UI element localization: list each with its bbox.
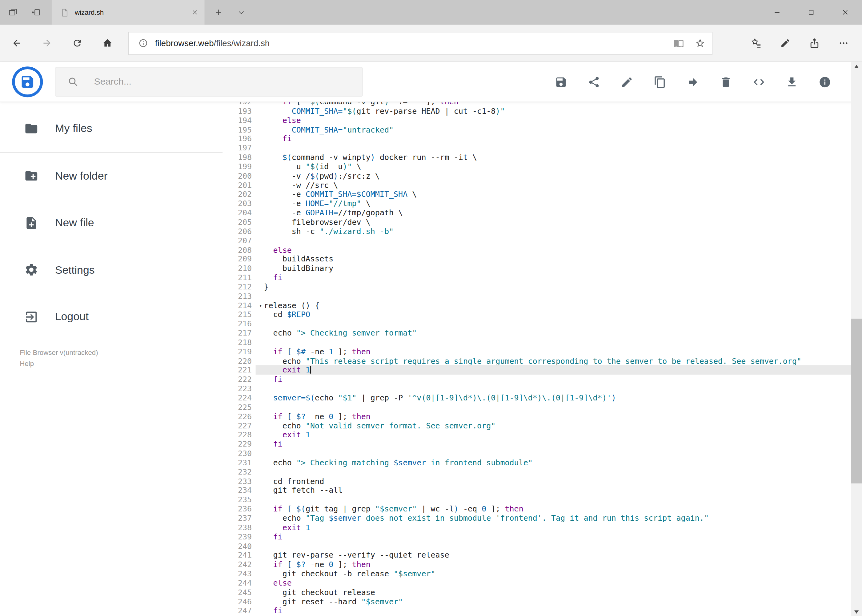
code-line-237[interactable]: 237 echo "Tag $semver does not exist in … [222, 514, 851, 523]
code-line-238[interactable]: 238 exit 1 [222, 523, 851, 532]
copy-button[interactable] [654, 75, 666, 88]
code-line-241[interactable]: 241 git rev-parse --verify --quiet relea… [222, 551, 851, 560]
code-line-225[interactable]: 225 [222, 402, 851, 412]
code-line-195[interactable]: 195 COMMIT_SHA="untracked" [222, 125, 851, 134]
minimize-button[interactable] [760, 0, 794, 25]
code-line-239[interactable]: 239 fi [222, 532, 851, 541]
info-filled-button[interactable] [819, 75, 831, 88]
code-line-216[interactable]: 216 [222, 319, 851, 328]
code-line-245[interactable]: 245 git checkout release [222, 588, 851, 597]
code-line-230[interactable]: 230 [222, 449, 851, 458]
home-button[interactable] [95, 31, 120, 55]
close-window-button[interactable] [828, 0, 862, 25]
code-line-202[interactable]: 202 -e COMMIT_SHA=$COMMIT_SHA \ [222, 190, 851, 199]
code-line-196[interactable]: 196 fi [222, 134, 851, 144]
code-line-206[interactable]: 206 sh -c "./wizard.sh -b" [222, 227, 851, 236]
code-line-236[interactable]: 236 if [ $(git tag | grep "$semver" | wc… [222, 504, 851, 514]
code-line-194[interactable]: 194 else [222, 116, 851, 125]
code-line-213[interactable]: 213 [222, 292, 851, 301]
code-line-222[interactable]: 222 fi [222, 375, 851, 384]
code-line-203[interactable]: 203 -e HOME="//tmp" \ [222, 199, 851, 208]
favorite-star-icon[interactable] [695, 38, 705, 48]
sidebar-item-my-files[interactable]: My files [0, 105, 222, 152]
code-line-209[interactable]: 209 buildAssets [222, 255, 851, 264]
maximize-button[interactable] [794, 0, 828, 25]
sidebar-item-settings[interactable]: Settings [0, 246, 222, 293]
set-tabs-aside-button[interactable] [24, 0, 47, 25]
scroll-down-arrow-icon[interactable] [851, 607, 862, 616]
code-line-201[interactable]: 201 -w //src \ [222, 181, 851, 190]
share-file-button[interactable] [588, 75, 600, 88]
code-line-198[interactable]: 198 $(command -v winpty) docker run --rm… [222, 153, 851, 162]
code-line-242[interactable]: 242 if [ $? -ne 0 ]; then [222, 560, 851, 569]
sidebar-item-logout[interactable]: Logout [0, 293, 222, 341]
scrollbar-thumb[interactable] [851, 319, 862, 484]
code-line-243[interactable]: 243 git checkout -b release "$semver" [222, 569, 851, 578]
sidebar-item-new-folder[interactable]: New folder [0, 152, 222, 200]
code-line-204[interactable]: 204 -e GOPATH=//tmp/gopath \ [222, 208, 851, 217]
more-options-button[interactable] [831, 31, 856, 55]
code-line-234[interactable]: 234 git fetch --all [222, 486, 851, 495]
code-line-207[interactable]: 207 [222, 236, 851, 245]
reading-view-icon[interactable] [673, 38, 684, 48]
fold-marker-icon[interactable]: ▾ [259, 301, 262, 310]
forward-button[interactable] [35, 31, 59, 55]
code-line-244[interactable]: 244 else [222, 578, 851, 588]
code-line-227[interactable]: 227 echo "Not valid semver format. See s… [222, 421, 851, 430]
code-line-223[interactable]: 223 [222, 384, 851, 393]
code-line-228[interactable]: 228 exit 1 [222, 430, 851, 440]
tab-preview-toggle[interactable] [230, 0, 253, 25]
code-line-200[interactable]: 200 -v /$(pwd):/src:z \ [222, 171, 851, 181]
code-line-232[interactable]: 232 [222, 467, 851, 477]
code-line-247[interactable]: 247 fi [222, 606, 851, 615]
code-line-233[interactable]: 233 cd frontend [222, 477, 851, 486]
code-line-192[interactable]: 192 if [ "$(command -v git)" != "" ]; th… [222, 102, 851, 107]
site-info-icon[interactable] [139, 38, 148, 48]
tab-close-icon[interactable] [192, 9, 198, 16]
move-button[interactable] [687, 75, 699, 88]
code-line-208[interactable]: 208 else [222, 245, 851, 255]
code-button[interactable] [753, 75, 765, 88]
sidebar-item-new-file[interactable]: New file [0, 199, 222, 246]
web-note-button[interactable] [773, 31, 797, 55]
code-line-197[interactable]: 197 [222, 144, 851, 153]
save-button[interactable] [555, 75, 567, 88]
code-line-235[interactable]: 235 [222, 495, 851, 504]
help-link[interactable]: Help [20, 358, 222, 369]
search-input[interactable]: Search... [55, 67, 363, 97]
code-line-214[interactable]: 214▾release () { [222, 301, 851, 310]
code-line-217[interactable]: 217 echo "> Checking semver format" [222, 328, 851, 338]
code-line-199[interactable]: 199 -u "$(id -u)" \ [222, 162, 851, 171]
code-line-226[interactable]: 226 if [ $? -ne 0 ]; then [222, 412, 851, 421]
refresh-button[interactable] [65, 31, 89, 55]
code-line-240[interactable]: 240 [222, 541, 851, 550]
tabs-set-aside-button[interactable] [1, 0, 24, 25]
back-button[interactable] [4, 31, 28, 55]
share-button[interactable] [802, 31, 826, 55]
code-line-221[interactable]: 221 exit 1 [222, 366, 851, 375]
code-line-210[interactable]: 210 buildBinary [222, 264, 851, 273]
new-tab-button[interactable] [207, 0, 230, 25]
code-line-246[interactable]: 246 git reset --hard "$semver" [222, 597, 851, 606]
code-line-224[interactable]: 224 semver=$(echo "$1" | grep -P '^v(0|[… [222, 393, 851, 402]
code-line-205[interactable]: 205 filebrowser/dev \ [222, 217, 851, 227]
code-line-193[interactable]: 193 COMMIT_SHA="$(git rev-parse HEAD | c… [222, 107, 851, 116]
scroll-up-arrow-icon[interactable] [851, 62, 862, 71]
edit-button[interactable] [621, 75, 633, 88]
code-line-218[interactable]: 218 [222, 338, 851, 347]
code-line-212[interactable]: 212} [222, 282, 851, 292]
app-logo[interactable] [12, 66, 43, 97]
page-scrollbar[interactable] [851, 62, 862, 616]
code-editor[interactable]: 192 if [ "$(command -v git)" != "" ]; th… [222, 102, 851, 616]
browser-tab[interactable]: wizard.sh [52, 0, 205, 25]
code-line-231[interactable]: 231 echo "> Checking matching $semver in… [222, 458, 851, 467]
code-line-229[interactable]: 229 fi [222, 440, 851, 449]
hub-button[interactable] [744, 31, 768, 55]
code-line-219[interactable]: 219 if [ $# -ne 1 ]; then [222, 347, 851, 357]
address-bar[interactable]: filebrowser.web/files/wizard.sh [128, 32, 712, 55]
code-line-211[interactable]: 211 fi [222, 273, 851, 282]
code-line-215[interactable]: 215 cd $REPO [222, 310, 851, 319]
code-line-220[interactable]: 220 echo "This release script requires a… [222, 357, 851, 366]
download-button[interactable] [786, 75, 798, 88]
delete-button[interactable] [720, 75, 732, 88]
